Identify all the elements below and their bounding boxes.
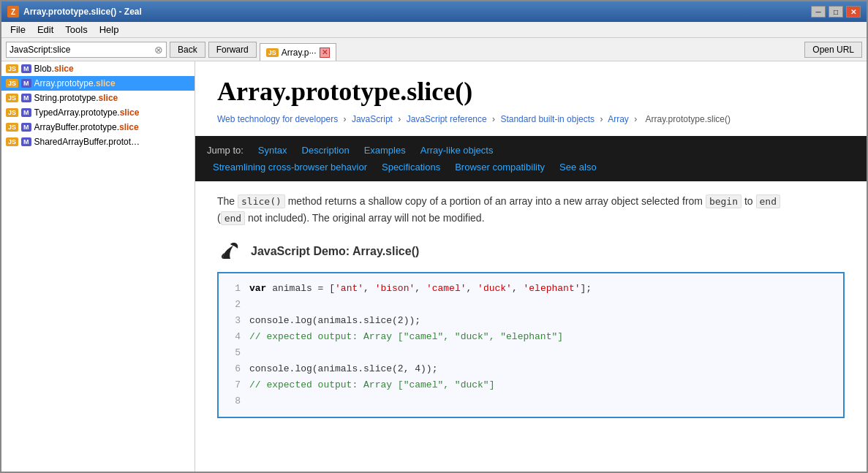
line-number: 2	[230, 297, 241, 313]
close-button[interactable]: ✕	[846, 6, 861, 18]
description-code-begin: begin	[706, 194, 741, 208]
app-window: Z Array.prototype.slice() - Zeal ─ □ ✕ F…	[0, 0, 868, 473]
js-badge: JS	[6, 108, 18, 117]
code-line-4: 4 // expected output: Array ["camel", "d…	[230, 329, 831, 345]
breadcrumb-link-web[interactable]: Web technology for developers	[217, 114, 338, 124]
breadcrumb-sep: ›	[634, 114, 637, 124]
menu-help[interactable]: Help	[94, 23, 125, 37]
jump-see-also[interactable]: See also	[554, 160, 603, 174]
js-badge: JS	[6, 79, 18, 88]
forward-button[interactable]: Forward	[208, 42, 257, 58]
m-badge: M	[21, 137, 31, 146]
breadcrumb: Web technology for developers › JavaScri…	[217, 114, 845, 124]
sidebar-item-label: SharedArrayBuffer.protot…	[34, 137, 140, 147]
jump-browser-compat[interactable]: Browser compatibility	[449, 160, 551, 174]
tab-bar: JS Array.p··· ✕	[260, 38, 802, 61]
sidebar-item-blob-slice[interactable]: JS M Blob.slice	[1, 61, 195, 76]
title-bar: Z Array.prototype.slice() - Zeal ─ □ ✕	[1, 1, 867, 22]
sidebar-item-typedarray-prototype-slice[interactable]: JS M TypedArray.prototype.slice	[1, 105, 195, 120]
window-title: Array.prototype.slice() - Zeal	[23, 7, 807, 17]
sidebar-item-sharedarraybuffer-protot[interactable]: JS M SharedArrayBuffer.protot…	[1, 135, 195, 149]
breadcrumb-current: Array.prototype.slice()	[646, 114, 731, 124]
line-code	[249, 393, 255, 409]
line-number: 3	[230, 313, 241, 329]
search-box: ⊗	[6, 42, 167, 58]
tab-js-badge: JS	[266, 48, 279, 57]
description-text: The slice() method returns a shallow cop…	[217, 193, 845, 227]
code-line-6: 6 console.log(animals.slice(2, 4));	[230, 361, 831, 377]
code-line-1: 1 var animals = ['ant', 'bison', 'camel'…	[230, 281, 831, 297]
m-badge: M	[21, 94, 31, 102]
search-input[interactable]	[10, 45, 154, 55]
m-badge: M	[21, 64, 31, 73]
jump-array-like[interactable]: Array-like objects	[415, 143, 499, 157]
sidebar-item-string-prototype-slice[interactable]: JS M String.prototype.slice	[1, 91, 195, 105]
jump-specifications[interactable]: Specifications	[376, 160, 446, 174]
line-code: console.log(animals.slice(2));	[249, 313, 420, 329]
line-number: 8	[230, 393, 241, 409]
search-clear-icon[interactable]: ⊗	[154, 44, 163, 56]
sidebar-item-arraybuffer-prototype-slice[interactable]: JS M ArrayBuffer.prototype.slice	[1, 120, 195, 135]
jump-streamlining[interactable]: Streamlining cross-browser behavior	[207, 160, 373, 174]
sidebar-item-label: Array.prototype.slice	[34, 78, 116, 88]
breadcrumb-sep: ›	[344, 114, 347, 124]
m-badge: M	[21, 79, 31, 88]
main-area: JS M Blob.slice JS M Array.prototype.sli…	[1, 61, 867, 472]
breadcrumb-sep: ›	[492, 114, 495, 124]
sidebar: JS M Blob.slice JS M Array.prototype.sli…	[1, 61, 195, 472]
menu-bar: File Edit Tools Help	[1, 22, 867, 38]
line-number: 6	[230, 361, 241, 377]
m-badge: M	[21, 108, 31, 117]
code-line-3: 3 console.log(animals.slice(2));	[230, 313, 831, 329]
js-badge: JS	[6, 94, 18, 102]
demo-header: JavaScript Demo: Array.slice()	[217, 238, 845, 265]
js-badge: JS	[6, 64, 18, 73]
line-code: // expected output: Array ["camel", "duc…	[249, 377, 494, 393]
code-line-2: 2	[230, 297, 831, 313]
code-line-7: 7 // expected output: Array ["camel", "d…	[230, 377, 831, 393]
line-number: 5	[230, 345, 241, 361]
line-number: 1	[230, 281, 241, 297]
menu-file[interactable]: File	[4, 23, 31, 37]
js-badge: JS	[6, 137, 18, 146]
page-title: Array.prototype.slice()	[217, 76, 845, 107]
code-line-8: 8	[230, 393, 831, 409]
breadcrumb-link-jsref[interactable]: JavaScript reference	[407, 114, 487, 124]
minimize-button[interactable]: ─	[811, 6, 826, 18]
demo-bird-icon	[217, 238, 244, 265]
sidebar-item-array-prototype-slice[interactable]: JS M Array.prototype.slice	[1, 76, 195, 91]
sidebar-item-label: Blob.slice	[34, 64, 74, 74]
breadcrumb-sep: ›	[398, 114, 401, 124]
jump-syntax[interactable]: Syntax	[252, 143, 293, 157]
sidebar-item-label: String.prototype.slice	[34, 93, 118, 103]
jump-nav-row-1: Jump to: Syntax Description Examples Arr…	[207, 143, 855, 157]
maximize-button[interactable]: □	[829, 6, 843, 18]
tab-close-button[interactable]: ✕	[320, 48, 330, 58]
open-url-button[interactable]: Open URL	[804, 42, 862, 58]
active-tab[interactable]: JS Array.p··· ✕	[260, 43, 336, 61]
description-code-slice: slice()	[238, 194, 285, 208]
jump-label: Jump to:	[207, 145, 244, 156]
m-badge: M	[21, 123, 31, 132]
code-line-5: 5	[230, 345, 831, 361]
content-scroll: Array.prototype.slice() Web technology f…	[195, 61, 867, 472]
line-code: var animals = ['ant', 'bison', 'camel', …	[249, 281, 592, 297]
jump-description[interactable]: Description	[296, 143, 355, 157]
line-code	[249, 297, 255, 313]
sidebar-item-label: ArrayBuffer.prototype.slice	[34, 122, 139, 132]
demo-title: JavaScript Demo: Array.slice()	[251, 245, 419, 258]
jump-examples[interactable]: Examples	[358, 143, 412, 157]
breadcrumb-link-builtins[interactable]: Standard built-in objects	[500, 114, 595, 124]
jump-nav-row-2: Streamlining cross-browser behavior Spec…	[207, 160, 855, 174]
menu-edit[interactable]: Edit	[31, 23, 59, 37]
window-controls: ─ □ ✕	[811, 6, 861, 18]
js-badge: JS	[6, 123, 18, 132]
tab-title: Array.p···	[282, 48, 317, 58]
menu-tools[interactable]: Tools	[59, 23, 93, 37]
breadcrumb-link-array[interactable]: Array	[608, 114, 629, 124]
breadcrumb-sep: ›	[600, 114, 603, 124]
line-number: 4	[230, 329, 241, 345]
toolbar: ⊗ Back Forward JS Array.p··· ✕ Open URL	[1, 38, 867, 61]
back-button[interactable]: Back	[170, 42, 205, 58]
breadcrumb-link-js[interactable]: JavaScript	[352, 114, 393, 124]
